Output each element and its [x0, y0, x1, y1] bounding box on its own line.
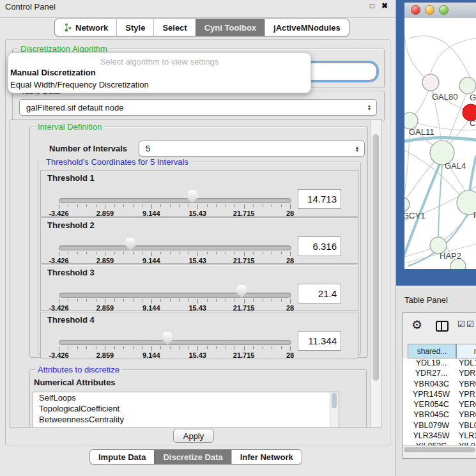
- algorithm-option[interactable]: Equal Width/Frequency Discretization: [8, 79, 311, 91]
- tick-mark: [96, 252, 96, 254]
- horizontal-scrollbar[interactable]: [403, 445, 476, 454]
- tab-discretize-data[interactable]: Discretize Data: [154, 450, 231, 464]
- network-edge[interactable]: [449, 121, 468, 144]
- tick-mark: [96, 204, 96, 207]
- tab-label: Impute Data: [98, 452, 146, 462]
- slider-track[interactable]: [59, 245, 291, 250]
- network-edge[interactable]: [406, 162, 434, 199]
- tick-mark: [96, 299, 96, 302]
- list-item[interactable]: TopologicalCoefficient: [33, 403, 339, 414]
- tab-label: Discretize Data: [163, 452, 222, 462]
- numerical-attributes-list[interactable]: SelfLoopsTopologicalCoefficientBetweenne…: [33, 392, 339, 428]
- tick-mark: [59, 252, 59, 256]
- tab-impute-data[interactable]: Impute Data: [90, 450, 154, 464]
- control-panel: Control Panel □ ✖ NetworkStyleSelectCyni…: [0, 0, 395, 476]
- tick-mark: [160, 346, 161, 349]
- zoom-traffic-light-icon[interactable]: [439, 5, 449, 15]
- tick-label: 21.715: [233, 351, 255, 359]
- num-intervals-select[interactable]: 5 ▲▼: [139, 141, 365, 157]
- table-row[interactable]: YER054CYER0: [403, 400, 476, 410]
- list-item[interactable]: SelfLoops: [33, 392, 339, 403]
- tab-cyni-toolbox[interactable]: Cyni Toolbox: [196, 19, 265, 36]
- network-window: GAL80GACGAL11GAL4GCY1HHAP2: [396, 0, 476, 286]
- network-node[interactable]: [422, 74, 439, 91]
- tick-label: 15.43: [188, 210, 206, 217]
- slider-ticks: [59, 204, 290, 210]
- scrollbar-thumb[interactable]: [332, 393, 337, 408]
- network-edge[interactable]: [415, 90, 429, 114]
- tick-mark: [272, 204, 272, 207]
- numerical-attributes-label: Numerical Attributes: [34, 378, 115, 387]
- tab-style[interactable]: Style: [116, 19, 153, 36]
- list-item[interactable]: BetweennessCentrality: [33, 414, 339, 425]
- network-node[interactable]: [404, 197, 410, 211]
- tab-jactivemnodules[interactable]: jActiveMNodules: [265, 19, 349, 36]
- tick-mark: [188, 346, 189, 349]
- tick-mark: [253, 204, 254, 207]
- num-intervals-value: 5: [139, 144, 353, 153]
- network-edge[interactable]: [404, 37, 424, 77]
- tick-mark: [290, 204, 291, 209]
- float-window-icon[interactable]: □: [370, 1, 374, 10]
- gear-icon[interactable]: ⚙: [411, 318, 422, 332]
- tick-mark: [133, 252, 134, 254]
- tick-mark: [170, 346, 171, 349]
- slider-ticks: [59, 299, 290, 304]
- apply-button[interactable]: Apply: [173, 429, 214, 443]
- attributes-to-discretize-group: Attributes to discretize Numerical Attri…: [29, 369, 367, 428]
- table-row[interactable]: YLR345WYLR3: [403, 431, 476, 441]
- checkbox-icon[interactable]: ☑: [466, 319, 474, 329]
- checkbox-icon[interactable]: ☑: [457, 319, 465, 329]
- threshold-value-field[interactable]: 14.713: [298, 189, 341, 209]
- network-edge[interactable]: [431, 38, 476, 74]
- column-header-n[interactable]: n: [456, 344, 476, 358]
- scrollbar-thumb[interactable]: [372, 134, 379, 381]
- tab-network[interactable]: Network: [55, 19, 116, 36]
- network-window-titlebar[interactable]: [404, 3, 476, 19]
- tick-mark: [234, 299, 235, 302]
- network-view[interactable]: GAL80GACGAL11GAL4GCY1HHAP2: [404, 18, 476, 269]
- table-row[interactable]: YBR043CYBR0: [403, 380, 476, 390]
- tick-mark: [59, 346, 59, 351]
- tick-mark: [281, 204, 282, 207]
- slider-tick-labels: -3.4262.8599.14415.4321.71528: [59, 351, 290, 359]
- attributes-list-scrollbar[interactable]: [330, 392, 339, 428]
- tick-mark: [142, 346, 142, 349]
- slider-track[interactable]: [59, 340, 291, 345]
- close-window-icon[interactable]: ✖: [381, 1, 388, 10]
- network-edge[interactable]: [404, 249, 431, 257]
- table-data-select[interactable]: galFiltered.sif default node ▲▼: [19, 99, 377, 116]
- table-row[interactable]: YPR145WYPR1: [403, 390, 476, 400]
- tab-infer-network[interactable]: Infer Network: [231, 450, 302, 464]
- threshold-value-field[interactable]: 11.344: [298, 331, 341, 351]
- vertical-scrollbar[interactable]: [371, 120, 381, 427]
- tick-mark: [253, 346, 254, 349]
- tab-select[interactable]: Select: [153, 19, 195, 36]
- table-row[interactable]: YDL19...YDL1: [403, 358, 476, 369]
- threshold-value-field[interactable]: 21.4: [298, 284, 341, 303]
- tick-mark: [59, 204, 59, 209]
- network-edge-highlighted[interactable]: [470, 157, 476, 192]
- table-row[interactable]: YBL079WYBL0: [403, 421, 476, 431]
- tick-label: -3.426: [49, 210, 68, 217]
- tick-mark: [216, 299, 217, 302]
- close-traffic-light-icon[interactable]: [411, 5, 420, 15]
- table-data-group: Table Data galFiltered.sif default node …: [12, 91, 385, 121]
- split-columns-icon[interactable]: [436, 321, 449, 332]
- column-header-shared[interactable]: shared...: [408, 344, 456, 358]
- tick-mark: [179, 299, 180, 302]
- slider-track[interactable]: [59, 198, 291, 203]
- slider-track[interactable]: [59, 293, 291, 298]
- table-row[interactable]: YBR045CYBR0: [403, 410, 476, 420]
- algorithm-option[interactable]: Manual Discretization: [8, 66, 311, 79]
- network-node[interactable]: [459, 77, 476, 94]
- network-edge-highlighted[interactable]: [438, 165, 442, 237]
- minimize-traffic-light-icon[interactable]: [425, 5, 434, 15]
- tick-mark: [234, 204, 235, 207]
- node-label: GAL11: [409, 127, 434, 137]
- tick-label: 9.144: [142, 257, 160, 265]
- scrollbar-thumb[interactable]: [404, 447, 475, 452]
- table-row[interactable]: YDR27...YDR2: [403, 369, 476, 379]
- tick-mark: [263, 299, 263, 302]
- threshold-value-field[interactable]: 6.316: [298, 236, 341, 256]
